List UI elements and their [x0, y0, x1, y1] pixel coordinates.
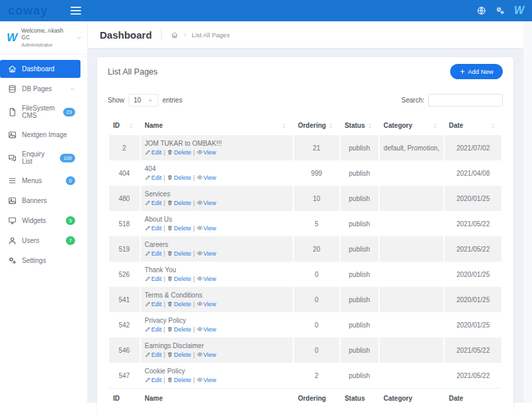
breadcrumb: Dashboard List All Pages [88, 21, 532, 48]
status-cell: publish [340, 236, 378, 262]
count-badge: 23 [63, 108, 75, 116]
delete-link[interactable]: Delete [167, 326, 191, 333]
edit-link[interactable]: Edit [145, 250, 162, 257]
edit-link[interactable]: Edit [145, 301, 162, 308]
category-cell [380, 236, 444, 262]
ordering-cell: 2 [294, 363, 339, 388]
globe-icon[interactable] [477, 6, 486, 15]
sort-icon [129, 122, 136, 129]
edit-link[interactable]: Edit [145, 377, 162, 383]
gears-icon[interactable] [495, 6, 505, 15]
sidebar-item-enquiry-list[interactable]: Enquiry List100 [0, 146, 80, 170]
view-link[interactable]: View [197, 250, 216, 257]
view-link[interactable]: View [197, 149, 216, 156]
ordering-cell: 5 [294, 211, 339, 236]
category-cell [380, 186, 444, 211]
view-link[interactable]: View [197, 326, 216, 333]
edit-link[interactable]: Edit [145, 149, 162, 156]
page-name: Earnings Disclaimer [145, 342, 289, 349]
ordering-cell: 0 [294, 287, 339, 312]
name-cell: About UsEdit|Delete|View [141, 211, 293, 236]
delete-link[interactable]: Delete [167, 250, 191, 257]
trash-icon [167, 174, 173, 180]
column-header-ordering[interactable]: Ordering [294, 116, 339, 135]
sidebar-item-db-pages[interactable]: DB Pages [0, 80, 80, 98]
table-row: 541Terms & ConditionsEdit|Delete|View0pu… [109, 287, 501, 312]
view-link[interactable]: View [197, 301, 216, 308]
delete-link[interactable]: Delete [167, 276, 191, 282]
table-row: 480ServicesEdit|Delete|View10publish2020… [109, 186, 501, 211]
chevron-down-icon[interactable] [76, 35, 82, 41]
date-cell: 2021/07/02 [445, 135, 501, 160]
table-row: 547Cookie PolicyEdit|Delete|View2publish… [109, 363, 501, 388]
column-footer-category: Category [380, 388, 444, 408]
sidebar-item-settings[interactable]: Settings [0, 252, 80, 270]
chevron-right-icon [182, 32, 188, 37]
sidebar-item-users[interactable]: Users7 [0, 232, 80, 250]
category-cell [380, 160, 444, 186]
image-icon [8, 130, 17, 139]
column-footer-ordering: Ordering [294, 388, 339, 408]
card-title: List All Pages [108, 67, 158, 77]
delete-link[interactable]: Delete [167, 225, 191, 232]
page-length-select[interactable]: 10 [128, 94, 158, 106]
name-cell: Terms & ConditionsEdit|Delete|View [141, 287, 293, 312]
add-new-button[interactable]: Add New [450, 64, 503, 79]
column-header-name[interactable]: Name [141, 116, 293, 135]
user-panel[interactable]: W Welcome, Akash GC Administrator [0, 21, 87, 55]
date-cell: 2021/04/08 [445, 160, 501, 186]
delete-link[interactable]: Delete [167, 200, 191, 206]
delete-link[interactable]: Delete [167, 174, 191, 181]
delete-link[interactable]: Delete [167, 377, 191, 383]
trash-icon [167, 250, 173, 256]
table-row: 519CareersEdit|Delete|View20publish2021/… [109, 236, 501, 262]
pencil-icon [145, 276, 151, 282]
sidebar-item-menus[interactable]: Menus0 [0, 172, 80, 190]
edit-link[interactable]: Edit [145, 326, 162, 333]
app-root: coway W W Welcome, Akash GC Administrato… [0, 0, 532, 403]
view-link[interactable]: View [197, 174, 216, 181]
count-badge: 100 [60, 154, 75, 162]
view-link[interactable]: View [197, 200, 216, 206]
sidebar: W Welcome, Akash GC Administrator Dashbo… [0, 21, 88, 403]
main-area: Dashboard List All Pages List All Pages … [88, 21, 532, 403]
page-name: 404 [145, 165, 289, 172]
page-name: Terms & Conditions [145, 292, 289, 299]
view-link[interactable]: View [197, 351, 216, 358]
ordering-cell: 0 [294, 337, 339, 363]
id-cell: 526 [109, 262, 140, 287]
view-link[interactable]: View [197, 225, 216, 232]
view-link[interactable]: View [197, 377, 216, 383]
column-header-date[interactable]: Date [445, 116, 501, 135]
sidebar-item-widgets[interactable]: Widgets5 [0, 212, 80, 230]
column-header-category[interactable]: Category [380, 116, 444, 135]
view-link[interactable]: View [197, 276, 216, 282]
search-input[interactable] [428, 94, 503, 106]
edit-link[interactable]: Edit [145, 276, 162, 282]
edit-link[interactable]: Edit [145, 174, 162, 181]
home-icon[interactable] [171, 31, 178, 39]
column-header-status[interactable]: Status [340, 116, 378, 135]
sidebar-item-dashboard[interactable]: Dashboard [0, 60, 80, 78]
column-header-id[interactable]: ID [109, 116, 140, 135]
delete-link[interactable]: Delete [167, 301, 191, 308]
edit-link[interactable]: Edit [145, 225, 162, 232]
edit-link[interactable]: Edit [145, 200, 162, 206]
table-row: 526Thank YouEdit|Delete|View0publish2020… [109, 262, 501, 287]
status-cell: publish [340, 287, 378, 312]
category-cell [380, 337, 444, 363]
pages-table: IDNameOrderingStatusCategoryDate 2JOM TU… [108, 116, 503, 408]
list-icon [8, 176, 17, 185]
table-row: 542Privacy PolicyEdit|Delete|View0publis… [109, 312, 501, 337]
sidebar-item-nextgen-image[interactable]: Nextgen Image [0, 126, 80, 144]
trash-icon [167, 225, 173, 231]
delete-link[interactable]: Delete [167, 351, 191, 358]
date-cell: 2021/05/22 [445, 337, 501, 363]
scrollbar-track[interactable] [523, 21, 532, 403]
sidebar-item-banners[interactable]: Banners [0, 192, 80, 210]
sidebar-item-filesystem-cms[interactable]: FileSystem CMS23 [0, 100, 80, 124]
chevron-down-icon [70, 87, 75, 92]
edit-link[interactable]: Edit [145, 351, 162, 358]
delete-link[interactable]: Delete [167, 149, 191, 156]
hamburger-menu-icon[interactable] [70, 7, 81, 15]
